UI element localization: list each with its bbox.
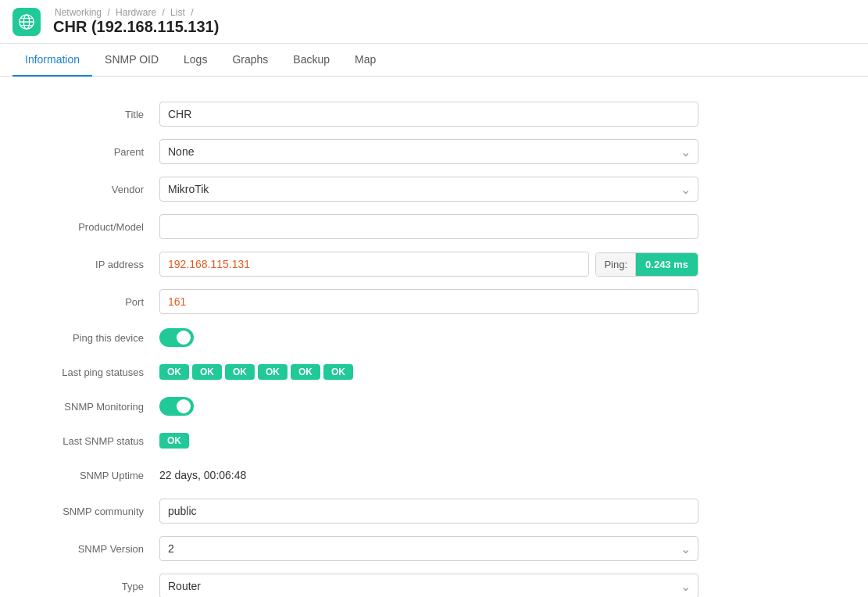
last-snmp-status-control: OK <box>159 433 698 449</box>
product-model-input[interactable] <box>159 214 698 239</box>
title-control <box>159 102 698 127</box>
parent-row: Parent None ⌄ <box>0 133 868 170</box>
parent-label: Parent <box>19 146 159 158</box>
snmp-uptime-value: 22 days, 00:06:48 <box>159 469 246 481</box>
tab-graphs[interactable]: Graphs <box>220 44 280 77</box>
breadcrumb-list[interactable]: List <box>170 7 185 18</box>
tab-information[interactable]: Information <box>13 44 92 77</box>
snmp-monitoring-slider <box>159 397 194 416</box>
snmp-monitoring-row: SNMP Monitoring <box>0 389 868 424</box>
port-control <box>159 289 698 314</box>
snmp-uptime-row: SNMP Uptime 22 days, 00:06:48 <box>0 458 868 492</box>
snmp-version-select-wrapper: 2 1 3 ⌄ <box>159 536 698 561</box>
ip-address-row: IP address Ping: 0.243 ms <box>0 245 868 283</box>
ping-statuses-row: Last ping statuses OK OK OK OK OK OK <box>0 355 868 389</box>
ping-statuses-container: OK OK OK OK OK OK <box>159 364 698 380</box>
snmp-monitoring-control <box>159 397 698 416</box>
main-content: Title Parent None ⌄ Vendor MikroTik ⌄ <box>0 77 868 597</box>
type-label: Type <box>19 581 159 592</box>
parent-select[interactable]: None <box>159 139 698 164</box>
ping-status-5: OK <box>291 364 320 380</box>
tab-backup[interactable]: Backup <box>280 44 342 77</box>
app-logo <box>13 8 41 36</box>
ping-group: Ping: 0.243 ms <box>595 252 698 277</box>
vendor-select[interactable]: MikroTik <box>159 177 698 202</box>
snmp-community-label: SNMP community <box>19 506 159 517</box>
ping-statuses-control: OK OK OK OK OK OK <box>159 364 698 380</box>
snmp-version-select[interactable]: 2 1 3 <box>159 536 698 561</box>
port-row: Port <box>0 283 868 320</box>
breadcrumb-networking[interactable]: Networking <box>55 7 102 18</box>
snmp-uptime-label: SNMP Uptime <box>19 470 159 481</box>
ping-device-slider <box>159 328 194 347</box>
snmp-community-input[interactable] <box>159 499 698 524</box>
product-model-label: Product/Model <box>19 221 159 233</box>
ping-device-label: Ping this device <box>19 332 159 344</box>
ping-statuses-label: Last ping statuses <box>19 366 159 378</box>
type-control: Router ⌄ <box>159 574 698 597</box>
vendor-select-wrapper: MikroTik ⌄ <box>159 177 698 202</box>
tab-map[interactable]: Map <box>342 44 388 77</box>
app-header: Networking / Hardware / List / CHR (192.… <box>0 0 868 44</box>
tab-snmp-oid[interactable]: SNMP OID <box>92 44 171 77</box>
ping-status-1: OK <box>159 364 189 380</box>
type-select[interactable]: Router <box>159 574 698 597</box>
product-model-control <box>159 214 698 239</box>
snmp-status-badge: OK <box>159 433 189 449</box>
ping-device-control <box>159 328 698 347</box>
ping-status-4: OK <box>258 364 288 380</box>
ip-row: Ping: 0.243 ms <box>159 252 698 277</box>
breadcrumb-sep2: / <box>162 7 167 18</box>
breadcrumb-hardware[interactable]: Hardware <box>116 7 156 18</box>
title-row: Title <box>0 95 868 133</box>
snmp-community-row: SNMP community <box>0 492 868 530</box>
breadcrumb: Networking / Hardware / List / <box>53 7 219 18</box>
snmp-version-control: 2 1 3 ⌄ <box>159 536 698 561</box>
last-snmp-status-row: Last SNMP status OK <box>0 424 868 458</box>
title-input[interactable] <box>159 102 698 127</box>
breadcrumb-title-group: Networking / Hardware / List / CHR (192.… <box>53 7 219 36</box>
tabs-bar: Information SNMP OID Logs Graphs Backup … <box>0 44 868 77</box>
breadcrumb-sep1: / <box>107 7 113 18</box>
ping-value: 0.243 ms <box>636 253 698 276</box>
title-label: Title <box>19 109 159 120</box>
ping-status-2: OK <box>192 364 222 380</box>
ip-address-label: IP address <box>19 259 159 270</box>
snmp-community-control <box>159 499 698 524</box>
snmp-version-row: SNMP Version 2 1 3 ⌄ <box>0 530 868 567</box>
ping-device-row: Ping this device <box>0 320 868 355</box>
snmp-monitoring-label: SNMP Monitoring <box>19 401 159 413</box>
vendor-row: Vendor MikroTik ⌄ <box>0 170 868 208</box>
vendor-control: MikroTik ⌄ <box>159 177 698 202</box>
ip-address-control: Ping: 0.243 ms <box>159 252 698 277</box>
parent-select-wrapper: None ⌄ <box>159 139 698 164</box>
ping-status-3: OK <box>225 364 255 380</box>
snmp-monitoring-toggle[interactable] <box>159 397 194 416</box>
vendor-label: Vendor <box>19 184 159 195</box>
page-title: CHR (192.168.115.131) <box>53 18 219 36</box>
breadcrumb-sep3: / <box>191 7 193 18</box>
port-input[interactable] <box>159 289 698 314</box>
ping-device-toggle[interactable] <box>159 328 194 347</box>
type-select-wrapper: Router ⌄ <box>159 574 698 597</box>
tab-logs[interactable]: Logs <box>171 44 220 77</box>
ping-status-6: OK <box>323 364 353 380</box>
snmp-version-label: SNMP Version <box>19 543 159 555</box>
port-label: Port <box>19 296 159 308</box>
last-snmp-status-label: Last SNMP status <box>19 435 159 447</box>
product-model-row: Product/Model <box>0 208 868 245</box>
ip-address-input[interactable] <box>159 252 589 277</box>
ping-label: Ping: <box>596 253 636 276</box>
snmp-uptime-control: 22 days, 00:06:48 <box>159 469 698 481</box>
parent-control: None ⌄ <box>159 139 698 164</box>
type-row: Type Router ⌄ <box>0 567 868 597</box>
